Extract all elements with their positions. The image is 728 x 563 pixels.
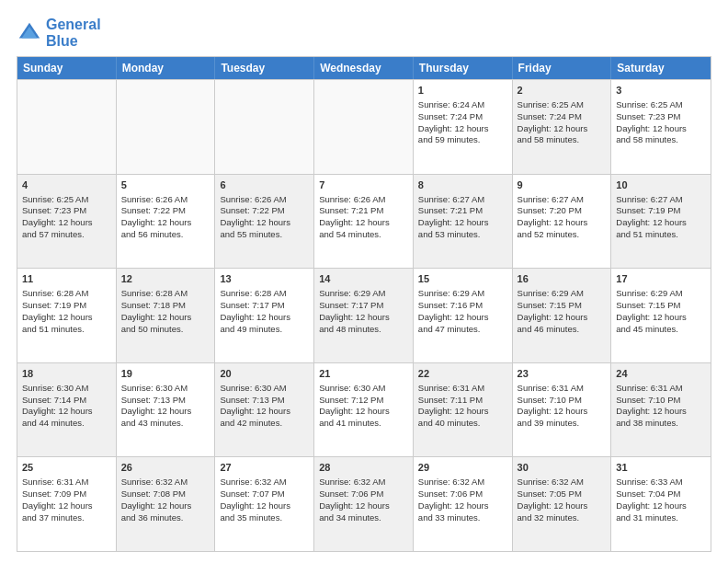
day-number: 19 [121,367,210,381]
calendar-row: 1Sunrise: 6:24 AM Sunset: 7:24 PM Daylig… [17,79,711,174]
weekday-header: Friday [513,57,612,79]
weekday-header: Wednesday [314,57,414,79]
calendar-cell: 12Sunrise: 6:28 AM Sunset: 7:18 PM Dayli… [117,269,216,362]
cell-info: Sunrise: 6:29 AM Sunset: 7:15 PM Dayligh… [616,288,706,335]
day-number: 18 [22,367,111,381]
cell-info: Sunrise: 6:32 AM Sunset: 7:08 PM Dayligh… [121,477,210,523]
cell-info: Sunrise: 6:31 AM Sunset: 7:09 PM Dayligh… [22,477,111,523]
cell-info: Sunrise: 6:27 AM Sunset: 7:21 PM Dayligh… [418,194,507,241]
cell-info: Sunrise: 6:30 AM Sunset: 7:14 PM Dayligh… [22,383,111,430]
calendar-cell [117,80,216,174]
day-number: 21 [319,367,408,381]
day-number: 2 [518,84,607,98]
cell-info: Sunrise: 6:26 AM Sunset: 7:22 PM Dayligh… [121,194,210,241]
day-number: 15 [418,272,507,286]
cell-info: Sunrise: 6:27 AM Sunset: 7:19 PM Dayligh… [616,194,706,241]
cell-info: Sunrise: 6:25 AM Sunset: 7:23 PM Dayligh… [22,194,111,241]
calendar-cell: 27Sunrise: 6:32 AM Sunset: 7:07 PM Dayli… [215,457,314,551]
calendar-cell: 3Sunrise: 6:25 AM Sunset: 7:23 PM Daylig… [611,80,711,174]
header: General Blue [17,17,711,49]
calendar-cell: 20Sunrise: 6:30 AM Sunset: 7:13 PM Dayli… [215,363,314,457]
calendar-cell: 24Sunrise: 6:31 AM Sunset: 7:10 PM Dayli… [611,363,711,457]
calendar-cell: 19Sunrise: 6:30 AM Sunset: 7:13 PM Dayli… [117,363,216,457]
calendar-row: 25Sunrise: 6:31 AM Sunset: 7:09 PM Dayli… [17,456,711,551]
cell-info: Sunrise: 6:30 AM Sunset: 7:13 PM Dayligh… [220,383,309,430]
cell-info: Sunrise: 6:29 AM Sunset: 7:15 PM Dayligh… [518,288,607,335]
weekday-header: Saturday [611,57,711,79]
calendar-cell: 18Sunrise: 6:30 AM Sunset: 7:14 PM Dayli… [17,363,117,457]
calendar-cell: 7Sunrise: 6:26 AM Sunset: 7:21 PM Daylig… [314,175,414,269]
calendar-cell: 22Sunrise: 6:31 AM Sunset: 7:11 PM Dayli… [414,363,513,457]
logo-icon [17,20,42,46]
weekday-header: Sunday [17,57,117,79]
calendar-cell: 15Sunrise: 6:29 AM Sunset: 7:16 PM Dayli… [414,269,513,362]
calendar-cell: 26Sunrise: 6:32 AM Sunset: 7:08 PM Dayli… [117,457,216,551]
cell-info: Sunrise: 6:31 AM Sunset: 7:11 PM Dayligh… [418,383,507,430]
day-number: 20 [220,367,309,381]
calendar-cell: 25Sunrise: 6:31 AM Sunset: 7:09 PM Dayli… [17,457,117,551]
calendar-cell: 2Sunrise: 6:25 AM Sunset: 7:24 PM Daylig… [513,80,612,174]
calendar-cell [215,80,314,174]
day-number: 28 [319,461,408,475]
cell-info: Sunrise: 6:31 AM Sunset: 7:10 PM Dayligh… [518,383,607,430]
cell-info: Sunrise: 6:29 AM Sunset: 7:16 PM Dayligh… [418,288,507,335]
logo: General Blue [17,17,101,49]
day-number: 23 [518,367,607,381]
day-number: 30 [518,461,607,475]
calendar-cell [17,80,117,174]
calendar-cell: 9Sunrise: 6:27 AM Sunset: 7:20 PM Daylig… [513,175,612,269]
cell-info: Sunrise: 6:33 AM Sunset: 7:04 PM Dayligh… [616,477,706,523]
calendar-cell: 17Sunrise: 6:29 AM Sunset: 7:15 PM Dayli… [611,269,711,362]
cell-info: Sunrise: 6:26 AM Sunset: 7:22 PM Dayligh… [220,194,309,241]
calendar-cell: 21Sunrise: 6:30 AM Sunset: 7:12 PM Dayli… [314,363,414,457]
day-number: 16 [518,272,607,286]
calendar: SundayMondayTuesdayWednesdayThursdayFrid… [17,56,711,552]
day-number: 25 [22,461,111,475]
weekday-header: Thursday [414,57,513,79]
day-number: 22 [418,367,507,381]
day-number: 12 [121,272,210,286]
calendar-cell: 4Sunrise: 6:25 AM Sunset: 7:23 PM Daylig… [17,175,117,269]
day-number: 7 [319,178,408,192]
day-number: 8 [418,178,507,192]
cell-info: Sunrise: 6:32 AM Sunset: 7:05 PM Dayligh… [518,477,607,523]
calendar-cell: 11Sunrise: 6:28 AM Sunset: 7:19 PM Dayli… [17,269,117,362]
calendar-cell: 16Sunrise: 6:29 AM Sunset: 7:15 PM Dayli… [513,269,612,362]
day-number: 6 [220,178,309,192]
day-number: 29 [418,461,507,475]
calendar-cell: 8Sunrise: 6:27 AM Sunset: 7:21 PM Daylig… [414,175,513,269]
cell-info: Sunrise: 6:31 AM Sunset: 7:10 PM Dayligh… [616,383,706,430]
calendar-row: 4Sunrise: 6:25 AM Sunset: 7:23 PM Daylig… [17,174,711,269]
weekday-header: Tuesday [215,57,314,79]
day-number: 13 [220,272,309,286]
cell-info: Sunrise: 6:25 AM Sunset: 7:24 PM Dayligh… [518,99,607,146]
calendar-cell: 13Sunrise: 6:28 AM Sunset: 7:17 PM Dayli… [215,269,314,362]
day-number: 3 [616,84,706,98]
weekday-header: Monday [117,57,216,79]
cell-info: Sunrise: 6:28 AM Sunset: 7:18 PM Dayligh… [121,288,210,335]
cell-info: Sunrise: 6:29 AM Sunset: 7:17 PM Dayligh… [319,288,408,335]
page: General Blue SundayMondayTuesdayWednesda… [0,0,728,563]
calendar-cell: 30Sunrise: 6:32 AM Sunset: 7:05 PM Dayli… [513,457,612,551]
cell-info: Sunrise: 6:30 AM Sunset: 7:12 PM Dayligh… [319,383,408,430]
day-number: 31 [616,461,706,475]
calendar-row: 11Sunrise: 6:28 AM Sunset: 7:19 PM Dayli… [17,268,711,362]
calendar-cell: 10Sunrise: 6:27 AM Sunset: 7:19 PM Dayli… [611,175,711,269]
logo-text: General Blue [46,17,101,49]
day-number: 9 [518,178,607,192]
day-number: 11 [22,272,111,286]
cell-info: Sunrise: 6:24 AM Sunset: 7:24 PM Dayligh… [418,99,507,146]
day-number: 10 [616,178,706,192]
day-number: 24 [616,367,706,381]
day-number: 27 [220,461,309,475]
cell-info: Sunrise: 6:27 AM Sunset: 7:20 PM Dayligh… [518,194,607,241]
day-number: 14 [319,272,408,286]
calendar-row: 18Sunrise: 6:30 AM Sunset: 7:14 PM Dayli… [17,362,711,457]
day-number: 26 [121,461,210,475]
calendar-cell [314,80,414,174]
calendar-cell: 23Sunrise: 6:31 AM Sunset: 7:10 PM Dayli… [513,363,612,457]
cell-info: Sunrise: 6:32 AM Sunset: 7:06 PM Dayligh… [418,477,507,523]
cell-info: Sunrise: 6:28 AM Sunset: 7:19 PM Dayligh… [22,288,111,335]
calendar-cell: 6Sunrise: 6:26 AM Sunset: 7:22 PM Daylig… [215,175,314,269]
calendar-cell: 14Sunrise: 6:29 AM Sunset: 7:17 PM Dayli… [314,269,414,362]
